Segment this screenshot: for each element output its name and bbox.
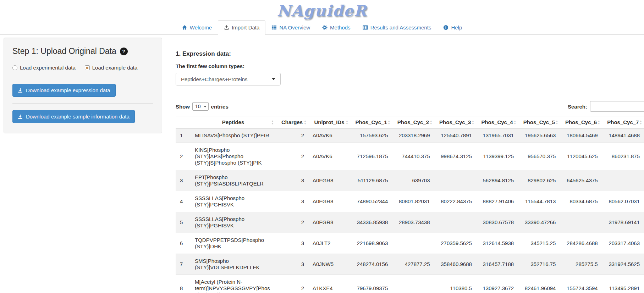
search-input[interactable]: [590, 101, 644, 112]
divider: [12, 103, 153, 104]
column-header-phos_cyc_2[interactable]: Phos_Cyc_2▲▼: [392, 116, 434, 128]
row-number-cell: 8: [176, 275, 191, 293]
data-source-radio-group: Load experimental data Load example data: [12, 65, 153, 71]
uniprot-cell: A0FGR8: [308, 170, 350, 191]
column-types-label: The first few column types:: [176, 63, 644, 69]
entries-label: entries: [211, 104, 229, 110]
row-number-cell: 7: [176, 254, 191, 275]
row-number-header[interactable]: [176, 116, 191, 128]
value-cell: 427877.25: [392, 254, 434, 275]
column-header-phos_cyc_4[interactable]: Phos_Cyc_4▲▼: [476, 116, 518, 128]
row-number-cell: 1: [176, 128, 191, 143]
value-cell: 562894.8125: [476, 170, 518, 191]
nav-item-help: Help: [437, 20, 468, 35]
value-cell: 33390.47266: [518, 212, 560, 233]
value-cell: 312614.5938: [476, 233, 518, 254]
upload-panel: Step 1: Upload Original Data ? Load expe…: [4, 38, 162, 133]
charges-cell: 3: [276, 191, 308, 212]
column-header-phos_cyc_6[interactable]: Phos_Cyc_6▲▼: [560, 116, 602, 128]
tab-import-data[interactable]: Import Data: [218, 20, 265, 35]
value-cell: 30830.67578: [476, 212, 518, 233]
dropdown-value: Peptides+Charges+Proteins: [181, 76, 248, 82]
row-number-cell: 5: [176, 212, 191, 233]
uniprot-cell: A0FGR8: [308, 212, 350, 233]
download-expression-button[interactable]: Download example expression data: [12, 84, 116, 97]
charges-cell: 3: [276, 233, 308, 254]
tab-label: Help: [451, 24, 462, 31]
value-cell: 82461.96094: [518, 275, 560, 293]
value-cell: 345215.25: [518, 233, 560, 254]
value-cell: 115544.7813: [518, 191, 560, 212]
peptide-cell: M[Acetyl (Protein N-term)]NPVYSPGSSGVPY[…: [191, 275, 276, 293]
content-area: Step 1: Upload Original Data ? Load expe…: [0, 35, 644, 293]
value-cell: 28903.73438: [392, 212, 434, 233]
value-cell: 956570.375: [518, 143, 560, 170]
sort-icon: ▲▼: [346, 120, 348, 125]
column-header-peptides[interactable]: Peptides▲▼: [191, 116, 276, 128]
chevron-down-icon: [204, 106, 207, 107]
row-number-cell: 4: [176, 191, 191, 212]
value-cell: 195625.6563: [518, 128, 560, 143]
column-label: Charges: [281, 119, 303, 125]
sort-icon: ▲▼: [430, 120, 433, 125]
charges-cell: 3: [276, 254, 308, 275]
sort-icon: ▲▼: [387, 120, 390, 125]
tab-methods[interactable]: Methods: [316, 20, 357, 35]
tab-label: Import Data: [232, 24, 259, 31]
charges-cell: 2: [276, 143, 308, 170]
value-cell: [434, 170, 476, 191]
tab-help[interactable]: Help: [437, 20, 468, 35]
question-icon[interactable]: ?: [120, 48, 128, 55]
tab-na-overview[interactable]: NA Overview: [265, 20, 316, 35]
value-cell: 358460.9688: [434, 254, 476, 275]
value-cell: 113495.2891: [602, 275, 644, 293]
nav-item-import-data: Import Data: [218, 20, 265, 35]
value-cell: 203318.2969: [392, 128, 434, 143]
peptide-cell: MLISAVS[Phospho (STY)]PEIR: [191, 128, 276, 143]
peptide-cell: KINS[Phospho (STY)]APS[Phospho (STY)]S[P…: [191, 143, 276, 170]
radio-option-experimental[interactable]: Load experimental data: [12, 65, 76, 71]
value-cell: 744410.375: [392, 143, 434, 170]
value-cell: 34336.85938: [350, 212, 392, 233]
value-cell: 998674.3125: [434, 143, 476, 170]
column-header-phos_cyc_1[interactable]: Phos_Cyc_1▲▼: [350, 116, 392, 128]
column-header-charges[interactable]: Charges▲▼: [276, 116, 308, 128]
column-header-phos_cyc_3[interactable]: Phos_Cyc_3▲▼: [434, 116, 476, 128]
sort-icon: ▲▼: [639, 120, 642, 125]
tab-results[interactable]: Results and Assessments: [357, 20, 437, 35]
table-row: 6TQDPVPPETPSDS[Phospho (STY)]DHK3A0JLT22…: [176, 233, 644, 254]
column-label: Phos_Cyc_4: [481, 119, 513, 125]
radio-label: Load example data: [92, 65, 138, 71]
row-number-cell: 6: [176, 233, 191, 254]
download-sample-info-button[interactable]: Download example sample information data: [12, 110, 135, 123]
home-icon: [182, 25, 187, 30]
sort-icon: ▲▼: [513, 120, 516, 125]
show-label: Show: [176, 104, 190, 110]
column-types-dropdown[interactable]: Peptides+Charges+Proteins: [176, 73, 281, 85]
column-label: Phos_Cyc_6: [565, 119, 597, 125]
row-number-cell: 3: [176, 170, 191, 191]
divider: [12, 77, 153, 77]
uniprot-cell: A0JLT2: [308, 233, 350, 254]
radio-icon: [85, 65, 90, 70]
radio-option-example[interactable]: Load example data: [85, 65, 138, 71]
value-cell: 316457.7188: [476, 254, 518, 275]
sort-icon: ▲▼: [472, 120, 474, 125]
value-cell: 248274.0156: [350, 254, 392, 275]
sort-icon: ▲▼: [271, 120, 274, 125]
page-length-select[interactable]: 10: [192, 102, 209, 111]
nav-item-methods: Methods: [316, 20, 357, 35]
radio-icon: [12, 65, 17, 70]
column-header-phos_cyc_7[interactable]: Phos_Cyc_7▲▼: [602, 116, 644, 128]
uniprot-cell: A0AVK6: [308, 143, 350, 170]
value-cell: 74890.52344: [350, 191, 392, 212]
table-row: 1MLISAVS[Phospho (STY)]PEIR2A0AVK6157593…: [176, 128, 644, 143]
column-header-uniprot_ids[interactable]: Uniprot_IDs▲▼: [308, 116, 350, 128]
value-cell: 80334.6875: [560, 191, 602, 212]
nav-item-results: Results and Assessments: [357, 20, 437, 35]
tab-welcome[interactable]: Welcome: [176, 20, 218, 35]
table-row: 5SSSSLLAS[Phospho (STY)]PGHISVK2A0FGR834…: [176, 212, 644, 233]
app-logo: NAguideR: [0, 0, 644, 20]
column-header-phos_cyc_5[interactable]: Phos_Cyc_5▲▼: [518, 116, 560, 128]
value-cell: 285275.5: [560, 254, 602, 275]
